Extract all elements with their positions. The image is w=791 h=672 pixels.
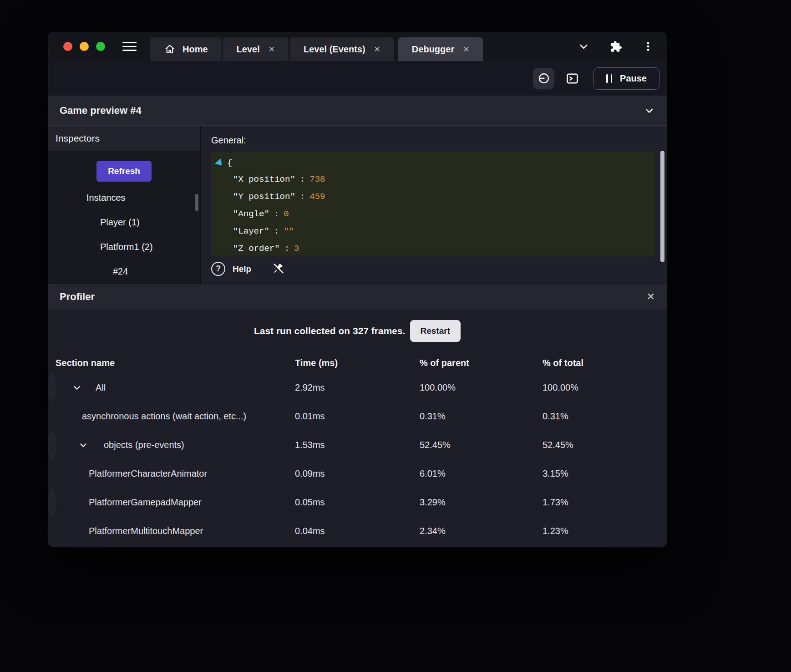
- hamburger-menu-icon[interactable]: [122, 42, 137, 51]
- tab-debugger[interactable]: Debugger ✕: [398, 37, 483, 61]
- pin-off-icon: [271, 262, 285, 276]
- section-percent-parent: 0.31%: [420, 411, 543, 422]
- json-line: "X position":738: [216, 171, 655, 188]
- section-time: 0.09ms: [295, 468, 420, 479]
- restart-button[interactable]: Restart: [410, 320, 461, 342]
- debugger-toolbar: Pause: [48, 61, 667, 96]
- section-percent-total: 1.73%: [543, 497, 568, 508]
- tree-item-platform1[interactable]: Platform1 (2): [48, 234, 200, 259]
- section-percent-parent: 100.00%: [420, 382, 543, 393]
- help-button[interactable]: ? Help: [211, 262, 251, 276]
- profiler-row: objects (pre-events) 1.53ms 52.45% 52.45…: [48, 431, 57, 459]
- desktop-background: Home Level ✕ Level (Events) ✕ Debugger ✕: [0, 0, 791, 672]
- pause-button-label: Pause: [620, 73, 647, 84]
- inspectors-scrollbar-thumb[interactable]: [195, 194, 198, 211]
- app-window: Home Level ✕ Level (Events) ✕ Debugger ✕: [48, 32, 667, 547]
- help-icon: ?: [211, 262, 225, 276]
- tab-label: Home: [183, 44, 208, 55]
- section-percent-parent: 6.01%: [420, 468, 543, 479]
- extensions-puzzle-icon[interactable]: [610, 41, 622, 53]
- tree-item-instance-24[interactable]: #24: [48, 259, 200, 284]
- chevron-down-icon[interactable]: [578, 41, 590, 53]
- profiler-header: Profiler ✕: [48, 284, 667, 310]
- debugger-main-split: Inspectors Refresh Instances Player (1) …: [48, 126, 667, 284]
- general-title: General:: [211, 135, 657, 146]
- expand-chevron-down-icon[interactable]: [78, 440, 88, 450]
- section-time: 0.04ms: [295, 526, 420, 536]
- column-section-name: Section name: [48, 358, 295, 368]
- zoom-window-button[interactable]: [96, 42, 105, 51]
- inspector-footer: ? Help: [211, 262, 657, 276]
- json-line: "Angle":0: [216, 205, 655, 223]
- home-icon: [164, 44, 176, 55]
- kebab-menu-icon[interactable]: [642, 41, 654, 52]
- section-name: All: [96, 382, 106, 393]
- profiler-row: asynchronous actions (wait action, etc..…: [48, 402, 667, 431]
- section-name: PlatformerGamepadMapper: [89, 497, 202, 508]
- section-time: 1.53ms: [295, 440, 420, 450]
- profiler-row: PlatformerMultitouchMapper 0.04ms 2.34% …: [48, 517, 667, 545]
- section-percent-parent: 3.29%: [420, 497, 543, 508]
- tree-item-player[interactable]: Player (1): [48, 210, 200, 234]
- profiler-body: Last run collected on 327 frames. Restar…: [48, 310, 667, 547]
- section-time: 2.92ms: [295, 382, 420, 393]
- column-percent-parent: % of parent: [420, 358, 543, 368]
- section-percent-parent: 52.45%: [420, 440, 543, 450]
- titlebar: Home Level ✕ Level (Events) ✕ Debugger ✕: [48, 32, 667, 61]
- section-time: 0.01ms: [295, 411, 420, 422]
- json-line: "Y position":459: [216, 188, 655, 205]
- speedometer-button[interactable]: [533, 68, 554, 89]
- close-window-button[interactable]: [63, 42, 72, 51]
- tab-label: Debugger: [412, 44, 454, 55]
- general-scrollbar-thumb[interactable]: [660, 151, 664, 262]
- json-line: "Z order":3: [216, 240, 655, 255]
- section-percent-total: 100.00%: [543, 382, 578, 393]
- profiler-table-header: Section name Time (ms) % of parent % of …: [48, 352, 667, 373]
- json-open-brace: {: [227, 154, 232, 172]
- section-time: 0.05ms: [295, 497, 420, 508]
- tree-item-instances[interactable]: Instances: [48, 185, 200, 210]
- tab-level[interactable]: Level ✕: [223, 37, 289, 61]
- json-viewer: { "X position":738 "Y position":459 "Ang…: [211, 152, 655, 255]
- pause-button[interactable]: Pause: [593, 67, 659, 90]
- collapse-chevron-down-icon[interactable]: [644, 105, 655, 117]
- general-panel: General: { "X position":738 "Y position"…: [201, 126, 667, 284]
- titlebar-actions: [578, 32, 654, 61]
- json-root-line: {: [216, 155, 655, 171]
- expand-chevron-down-icon[interactable]: [72, 383, 82, 393]
- section-name: asynchronous actions (wait action, etc..…: [82, 411, 246, 422]
- tab-level-events[interactable]: Level (Events) ✕: [290, 37, 394, 61]
- section-percent-total: 0.31%: [543, 411, 667, 422]
- section-percent-total: 52.45%: [543, 440, 573, 450]
- profiler-row: PlatformerCharacterAnimator 0.09ms 6.01%…: [48, 459, 667, 488]
- speedometer-icon: [537, 72, 550, 85]
- column-time: Time (ms): [295, 358, 420, 368]
- profiler-status-row: Last run collected on 327 frames. Restar…: [48, 310, 667, 352]
- section-name: objects (pre-events): [104, 440, 184, 450]
- terminal-icon: [565, 71, 579, 86]
- pin-toggle-button[interactable]: [271, 262, 285, 276]
- close-tab-icon[interactable]: ✕: [269, 45, 275, 54]
- close-tab-icon[interactable]: ✕: [463, 45, 469, 54]
- inspectors-panel: Inspectors Refresh Instances Player (1) …: [48, 126, 201, 284]
- console-button[interactable]: [563, 69, 582, 88]
- profiler-status-text: Last run collected on 327 frames.: [254, 326, 406, 336]
- profiler-title: Profiler: [60, 291, 95, 303]
- help-label: Help: [233, 264, 251, 274]
- section-percent-parent: 2.34%: [420, 526, 543, 536]
- column-percent-total: % of total: [543, 358, 667, 368]
- close-profiler-icon[interactable]: ✕: [647, 291, 655, 303]
- collapse-triangle-icon[interactable]: [215, 158, 225, 168]
- pause-icon: [606, 74, 612, 83]
- game-preview-title: Game preview #4: [60, 105, 142, 117]
- game-preview-header: Game preview #4: [48, 96, 667, 126]
- refresh-button[interactable]: Refresh: [96, 161, 152, 182]
- tab-home[interactable]: Home: [150, 37, 222, 61]
- section-percent-total: 3.15%: [543, 468, 667, 479]
- profiler-row: All 2.92ms 100.00% 100.00%: [48, 373, 57, 402]
- json-line: "Layer":"": [216, 223, 655, 240]
- minimize-window-button[interactable]: [80, 42, 89, 51]
- close-tab-icon[interactable]: ✕: [374, 45, 380, 54]
- section-name: PlatformerCharacterAnimator: [89, 468, 207, 479]
- section-percent-total: 1.23%: [543, 526, 667, 536]
